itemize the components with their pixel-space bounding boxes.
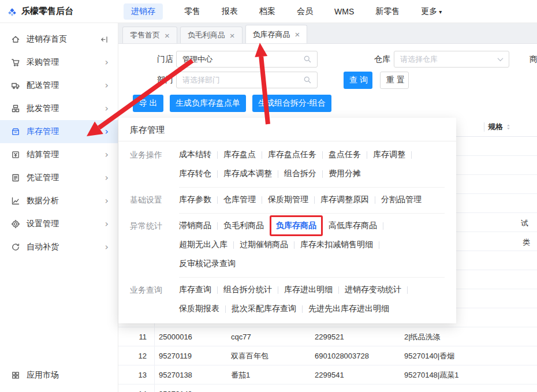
collapse-sidebar-icon[interactable]: [100, 35, 109, 44]
table-row[interactable]: 11 25000016 cqc77 2299521 2|纸品洗涤: [118, 327, 537, 346]
chevron-right-icon: ›: [105, 104, 109, 113]
menu-item[interactable]: 超期无出入库: [179, 240, 228, 250]
menu-item[interactable]: 库存参数: [179, 195, 211, 205]
cell-item-code: 25000016: [154, 333, 226, 341]
menu-item-negative-stock[interactable]: 负库存商品: [276, 221, 316, 231]
menu-title: 库存管理: [118, 118, 456, 141]
menu-item[interactable]: 库存转仓: [179, 169, 211, 179]
sidebar-item-analytics[interactable]: 数据分析 ›: [0, 189, 118, 212]
item-divider: [225, 305, 226, 313]
menu-item[interactable]: 库存盘点: [223, 150, 256, 160]
cell-item-code: 95270149: [154, 390, 226, 392]
chevron-right-icon: ›: [105, 219, 109, 229]
app-market-icon: [11, 371, 20, 380]
menu-item[interactable]: 进销存变动统计: [345, 285, 401, 295]
menu-item[interactable]: 库存调整: [373, 150, 405, 160]
menu-item[interactable]: 成本结转: [179, 150, 211, 160]
menu-item[interactable]: 负毛利商品: [223, 221, 264, 231]
item-divider: [367, 151, 367, 159]
chevron-down-icon[interactable]: [496, 55, 505, 64]
menu-item[interactable]: 库存盘点任务: [268, 150, 316, 160]
search-icon[interactable]: [303, 55, 312, 64]
warehouse-select[interactable]: [394, 51, 509, 68]
item-divider: [217, 170, 218, 178]
item-divider: [407, 286, 408, 294]
sidebar-item-inventory[interactable]: 库存管理 ›: [0, 120, 118, 143]
close-icon[interactable]: ×: [230, 31, 235, 40]
menu-item[interactable]: 滞销商品: [179, 221, 211, 231]
menu-item[interactable]: 库存进出明细: [284, 285, 333, 295]
item-divider: [322, 170, 323, 178]
nav-item-wms[interactable]: WMS: [334, 7, 354, 16]
menu-item[interactable]: 保质期报表: [179, 304, 219, 314]
menu-body: 业务操作 成本结转 库存盘点 库存盘点任务 盘点任务 库存调整 库存转仓 库存成…: [118, 141, 456, 322]
chevron-right-icon: ›: [105, 173, 109, 182]
menu-item[interactable]: 保质期管理: [268, 195, 308, 205]
chevron-right-icon: ›: [105, 58, 109, 67]
menu-item[interactable]: 盘点任务: [329, 150, 361, 160]
sidebar-item-delivery[interactable]: 配送管理 ›: [0, 74, 118, 97]
chevron-right-icon: ›: [105, 242, 109, 252]
inventory-icon: [11, 127, 20, 136]
search-icon[interactable]: [303, 76, 312, 84]
cell-spec: 95270140|香烟: [400, 351, 537, 361]
cell-spec: 95270148|蔬菜1: [400, 370, 537, 380]
menu-item[interactable]: 库存查询: [179, 285, 211, 295]
menu-item[interactable]: 库存成本调整: [223, 169, 272, 179]
nav-item-new-retail[interactable]: 新零售: [375, 6, 400, 17]
menu-item[interactable]: 组合拆分统计: [223, 285, 272, 295]
sort-icon[interactable]: [505, 123, 512, 131]
menu-item[interactable]: 库存调整原因: [320, 195, 369, 205]
nav-item-members[interactable]: 会员: [297, 6, 313, 17]
close-icon[interactable]: ×: [295, 30, 300, 39]
generate-count-sheet-button[interactable]: 生成负库存盘点单: [170, 95, 246, 112]
tab-retail-home[interactable]: 零售首页 ×: [122, 27, 177, 43]
spec-fragment: 试: [521, 218, 528, 229]
store-input[interactable]: [176, 51, 318, 68]
table-row[interactable]: 12 95270119 双喜百年包 6901028003728 95270140…: [118, 346, 537, 365]
nav-item-more[interactable]: 更多▾: [421, 6, 442, 17]
nav-item-reports[interactable]: 报表: [222, 6, 238, 17]
item-divider: [411, 151, 412, 159]
caret-down-icon: ▾: [439, 9, 442, 15]
voucher-icon: [11, 173, 20, 182]
dept-input[interactable]: [176, 72, 318, 88]
nav-item-jinxiaocun[interactable]: 进销存: [124, 3, 163, 20]
sidebar-item-home[interactable]: 进销存首页: [0, 28, 118, 51]
sidebar-item-purchase[interactable]: 采购管理 ›: [0, 51, 118, 74]
menu-item[interactable]: 高低库存商品: [329, 221, 377, 231]
menu-item[interactable]: 反审核记录查询: [179, 259, 236, 269]
menu-item[interactable]: 批次采配库存查询: [232, 304, 296, 314]
menu-item[interactable]: 库存未扣减销售明细: [300, 240, 373, 250]
table-row[interactable]: 14 95270149: [118, 384, 537, 392]
tab-negative-stock[interactable]: 负库存商品 ×: [245, 25, 308, 43]
nav-item-retail[interactable]: 零售: [184, 6, 200, 17]
cell-row-number: 13: [118, 371, 154, 379]
sidebar-item-settlement[interactable]: 结算管理 ›: [0, 143, 118, 166]
menu-item[interactable]: 组合拆分: [284, 169, 316, 179]
sidebar-item-voucher[interactable]: 凭证管理 ›: [0, 166, 118, 189]
menu-item[interactable]: 费用分摊: [329, 169, 361, 179]
menu-item[interactable]: 仓库管理: [223, 195, 256, 205]
export-button[interactable]: 导 出: [133, 95, 163, 112]
table-row[interactable]: 13 95270138 番茄1 2299541 95270148|蔬菜1: [118, 365, 537, 384]
spec-column-header[interactable]: 规格: [488, 122, 512, 132]
cell-row-number: 11: [118, 333, 154, 341]
partial-filter-label: 商: [529, 51, 537, 68]
item-divider: [270, 222, 270, 230]
item-divider: [322, 151, 323, 159]
query-button[interactable]: 查 询: [344, 72, 372, 89]
sidebar-item-settings[interactable]: 设置管理 ›: [0, 212, 118, 236]
reset-button[interactable]: 重 置: [380, 72, 409, 89]
top-header: 乐檬零售后台 进销存 零售 报表 档案 会员 WMS 新零售 更多▾: [0, 0, 537, 23]
menu-item[interactable]: 分割品管理: [381, 195, 422, 205]
sidebar-item-auto-replenish[interactable]: 自动补货 ›: [0, 236, 118, 259]
tab-negative-margin[interactable]: 负毛利商品 ×: [180, 27, 243, 43]
menu-item[interactable]: 过期催销商品: [240, 240, 288, 250]
menu-item[interactable]: 先进先出库存进出明细: [308, 304, 389, 314]
sidebar-item-app-market[interactable]: 应用市场: [0, 364, 118, 386]
sidebar-item-wholesale[interactable]: 批发管理 ›: [0, 97, 118, 120]
close-icon[interactable]: ×: [165, 31, 170, 40]
nav-item-archives[interactable]: 档案: [259, 6, 275, 17]
generate-combo-split-button[interactable]: 生成组合拆分-组合: [252, 95, 331, 112]
